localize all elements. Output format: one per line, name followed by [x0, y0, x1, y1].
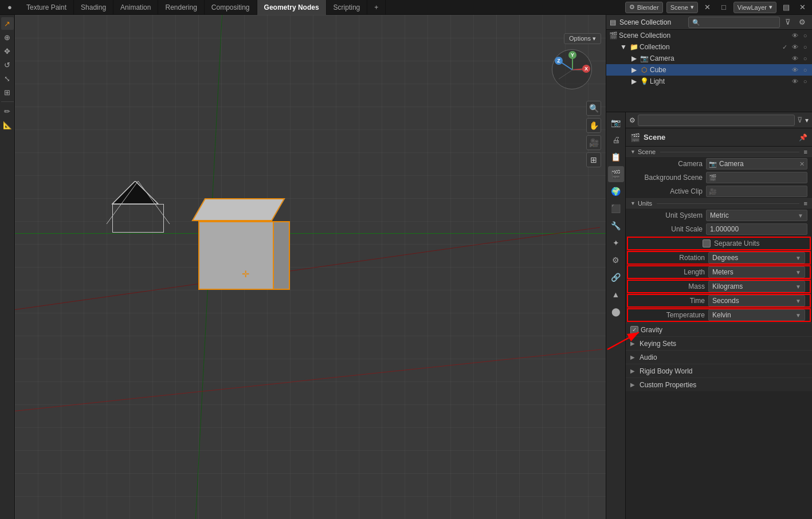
props-pin-btn[interactable]: 📌	[799, 133, 807, 141]
camera-object[interactable]	[112, 204, 164, 233]
rigid-body-world-section[interactable]: ▶ Rigid Body World	[626, 364, 812, 378]
view-layer-close[interactable]: ✕	[796, 2, 809, 13]
quad-view-btn[interactable]: ⊞	[586, 152, 601, 167]
viewport[interactable]: ↗ ⊕ ✥ ↺ ⤡ ⊞ ✏ 📐 Global ▾ ⊕ ◎	[0, 15, 606, 519]
measure-tool[interactable]: 📐	[1, 119, 14, 131]
pan-tool-btn[interactable]: ✋	[586, 118, 601, 133]
nav-dot-z[interactable]: Z	[555, 57, 563, 65]
tab-animation[interactable]: Animation	[113, 0, 158, 15]
nav-gizmo-circle: Y X Z	[552, 49, 592, 89]
separate-units-checkbox[interactable]	[703, 239, 711, 247]
collection-icon: 📁	[629, 42, 638, 52]
eye-icon-collection[interactable]: 👁	[790, 42, 799, 52]
rotation-value[interactable]: Degrees ▼	[708, 252, 805, 264]
time-label: Time	[642, 297, 705, 305]
gravity-section[interactable]: ✓ Gravity	[626, 323, 812, 336]
camera-prop-value[interactable]: 📷 Camera ✕	[706, 158, 807, 170]
restrict-icon-light[interactable]: ○	[801, 77, 810, 86]
scene-section-header[interactable]: ▼ Scene ≡	[626, 147, 812, 157]
rotate-tool[interactable]: ↺	[1, 58, 14, 71]
collection-expand-icon[interactable]: ▼	[619, 42, 628, 52]
object-props-icon[interactable]: ⬛	[608, 200, 624, 217]
physics-props-icon[interactable]: ⚙	[608, 252, 624, 268]
nav-dot-x[interactable]: X	[582, 65, 590, 73]
scene-props-icon[interactable]: 🎬	[608, 166, 624, 182]
mass-value[interactable]: Kilograms ▼	[708, 281, 805, 292]
units-section-header[interactable]: ▼ Units ≡	[626, 198, 812, 209]
tab-compositing[interactable]: Compositing	[205, 0, 257, 15]
eye-icon-scene[interactable]: 👁	[790, 31, 799, 40]
custom-properties-label: Custom Properties	[640, 381, 696, 389]
bg-scene-value[interactable]: 🎬	[706, 172, 807, 183]
transform-tool[interactable]: ⊞	[1, 86, 14, 99]
view-layer-icon[interactable]: ▤	[780, 2, 793, 13]
temperature-value[interactable]: Kelvin ▼	[708, 309, 805, 321]
eye-icon-light[interactable]: 👁	[790, 77, 799, 86]
constraints-props-icon[interactable]: 🔗	[608, 269, 624, 285]
eye-icon-camera[interactable]: 👁	[790, 54, 799, 63]
camera-view-btn[interactable]: 🎥	[586, 135, 601, 150]
view-layer-selector[interactable]: ViewLayer ▾	[733, 2, 776, 13]
check-icon-collection[interactable]: ✓	[780, 42, 789, 52]
eye-icon-cube[interactable]: 👁	[790, 65, 799, 74]
tab-scripting[interactable]: Scripting	[327, 0, 368, 15]
scene-selector[interactable]: Scene ▾	[666, 2, 698, 13]
scene-controls[interactable]: ✕	[701, 2, 714, 13]
render-engine-btn[interactable]: ⚙ Blender	[625, 2, 663, 13]
blender-logo[interactable]: ●	[3, 2, 16, 13]
particles-props-icon[interactable]: ✦	[608, 235, 624, 251]
restrict-icon-collection[interactable]: ○	[801, 42, 810, 52]
light-expand-icon[interactable]: ▶	[629, 77, 638, 86]
scene-controls2[interactable]: □	[717, 2, 730, 13]
tab-rendering[interactable]: Rendering	[158, 0, 204, 15]
length-value[interactable]: Meters ▼	[708, 266, 805, 278]
unit-scale-value[interactable]: 1.000000	[706, 223, 807, 235]
nav-dot-y[interactable]: Y	[568, 51, 576, 59]
restrict-icon-camera[interactable]: ○	[801, 54, 810, 63]
cube-object[interactable]: ✛	[193, 198, 284, 290]
outliner-search-input[interactable]	[688, 17, 780, 28]
cursor-tool[interactable]: ⊕	[1, 31, 14, 44]
render-props-icon[interactable]: 📷	[608, 115, 624, 131]
scene-section-options[interactable]: ≡	[804, 148, 807, 155]
scale-tool[interactable]: ⤡	[1, 72, 14, 85]
active-clip-value[interactable]: 🎥	[706, 186, 807, 197]
gravity-label: Gravity	[641, 326, 662, 334]
cube-expand-icon[interactable]: ▶	[629, 65, 638, 74]
time-value[interactable]: Seconds ▼	[708, 295, 805, 306]
restrict-icon-scene[interactable]: ○	[801, 31, 810, 40]
outliner-item-cube[interactable]: ▶ ⬡ Cube 👁 ○	[606, 64, 812, 76]
outliner-item-camera[interactable]: ▶ 📷 Camera 👁 ○	[606, 53, 812, 64]
tab-shading[interactable]: Shading	[74, 0, 113, 15]
output-props-icon[interactable]: 🖨	[608, 132, 624, 148]
viewport-options-btn[interactable]: Options ▾	[564, 33, 601, 44]
keying-sets-section[interactable]: ▶ Keying Sets	[626, 336, 812, 350]
tab-geometry-nodes[interactable]: Geometry Nodes	[257, 0, 327, 15]
gravity-checkbox[interactable]: ✓	[630, 326, 638, 334]
units-section-options[interactable]: ≡	[804, 200, 807, 207]
unit-system-value[interactable]: Metric ▼	[706, 210, 807, 221]
camera-clear-btn[interactable]: ✕	[799, 160, 805, 168]
tab-texture-paint[interactable]: Texture Paint	[19, 0, 74, 15]
outliner-item-light[interactable]: ▶ 💡 Light 👁 ○	[606, 76, 812, 87]
select-tool[interactable]: ↗	[1, 17, 14, 30]
annotate-tool[interactable]: ✏	[1, 105, 14, 117]
restrict-icon-cube[interactable]: ○	[801, 65, 810, 74]
outliner-settings-btn[interactable]: ⚙	[796, 17, 809, 28]
custom-properties-section[interactable]: ▶ Custom Properties	[626, 378, 812, 391]
tab-add[interactable]: +	[367, 0, 386, 15]
audio-section[interactable]: ▶ Audio	[626, 350, 812, 364]
world-props-icon[interactable]: 🌍	[608, 183, 624, 199]
outliner-item-collection[interactable]: ▼ 📁 Collection ✓ 👁 ○	[606, 41, 812, 53]
props-search-input[interactable]	[638, 115, 795, 126]
outliner-item-scene-collection[interactable]: 🎬 Scene Collection 👁 ○	[606, 30, 812, 41]
modifier-props-icon[interactable]: 🔧	[608, 218, 624, 234]
navigation-gizmo[interactable]: Y X Z	[552, 49, 598, 95]
material-props-icon[interactable]: ⬤	[608, 304, 624, 320]
outliner-filter-btn[interactable]: ⊽	[782, 17, 794, 28]
move-tool[interactable]: ✥	[1, 45, 14, 57]
view-layer-props-icon[interactable]: 📋	[608, 149, 624, 165]
zoom-in-btn[interactable]: 🔍	[586, 101, 601, 116]
data-props-icon[interactable]: ▲	[608, 286, 624, 302]
camera-expand-icon[interactable]: ▶	[629, 54, 638, 63]
